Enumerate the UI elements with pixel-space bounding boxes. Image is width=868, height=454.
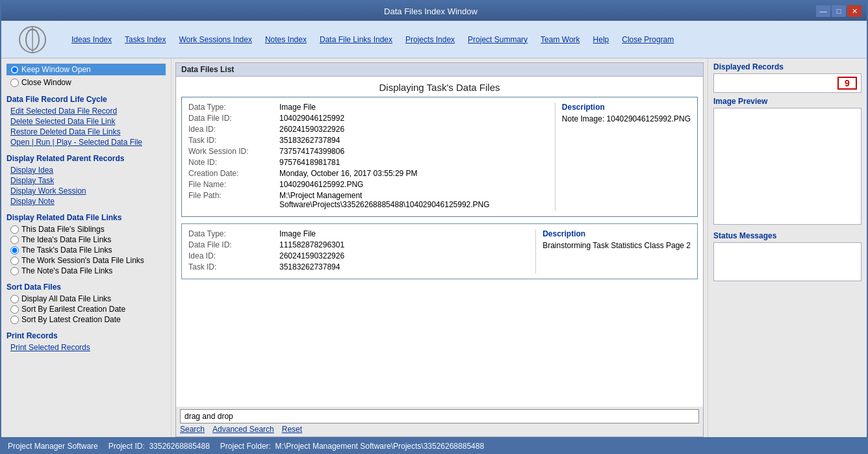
work-sessions-links-label: The Work Session's Data File Links	[21, 256, 144, 265]
display-work-session-link[interactable]: Display Work Session	[6, 186, 166, 196]
display-title: Displaying Task's Data Files	[176, 77, 703, 97]
idea-id-row-2: Idea ID: 260241590322926	[188, 251, 529, 260]
tasks-links-radio[interactable]	[10, 246, 19, 255]
project-id-item: Project ID: 33526268885488	[108, 442, 210, 451]
task-id-label-2: Task ID:	[188, 262, 279, 271]
data-file-id-row-2: Data File ID: 111582878296301	[188, 240, 529, 249]
close-button[interactable]: ✕	[847, 5, 862, 17]
nav-close-program[interactable]: Close Program	[615, 34, 680, 45]
sort-latest-option[interactable]: Sort By Latest Creation Date	[6, 314, 166, 325]
record-split-1: Data Type: Image File Data File ID: 1040…	[188, 103, 691, 211]
description-label-1: Description	[562, 103, 691, 112]
ideas-links-radio[interactable]	[10, 236, 19, 244]
sort-latest-radio[interactable]	[10, 316, 19, 324]
idea-id-value-1: 260241590322926	[279, 125, 548, 134]
work-sessions-data-file-links-option[interactable]: The Work Session's Data File Links	[6, 255, 166, 266]
app-logo	[15, 23, 51, 56]
record-left-1: Data Type: Image File Data File ID: 1040…	[188, 103, 548, 211]
this-data-files-siblings-option[interactable]: This Data File's Siblings	[6, 224, 166, 234]
restore-deleted-data-file-links-link[interactable]: Restore Deleted Data File Links	[6, 127, 166, 137]
data-type-row-1: Data Type: Image File	[188, 103, 548, 112]
tasks-data-file-links-option[interactable]: The Task's Data File Links	[6, 245, 166, 255]
notes-links-radio[interactable]	[10, 267, 19, 275]
data-type-row-2: Data Type: Image File	[188, 229, 529, 238]
keep-window-label: Keep Window Open	[21, 65, 91, 74]
note-id-value-1: 97576418981781	[279, 158, 548, 167]
edit-selected-data-file-record-link[interactable]: Edit Selected Data File Record	[6, 106, 166, 116]
reset-button[interactable]: Reset	[282, 425, 302, 434]
search-button[interactable]: Search	[180, 425, 205, 434]
nav-notes-index[interactable]: Notes Index	[259, 34, 313, 45]
menu-bar: Ideas Index Tasks Index Work Sessions In…	[1, 21, 867, 58]
notes-data-file-links-option[interactable]: The Note's Data File Links	[6, 266, 166, 276]
status-messages-section: Status Messages	[713, 231, 862, 281]
nav-help[interactable]: Help	[587, 34, 616, 45]
nav-tasks-index[interactable]: Tasks Index	[118, 34, 172, 45]
note-id-label-1: Note ID:	[188, 158, 279, 167]
nav-project-summary[interactable]: Project Summary	[461, 34, 534, 45]
creation-date-row-1: Creation Date: Monday, October 16, 2017 …	[188, 169, 548, 178]
record-card-2[interactable]: Data Type: Image File Data File ID: 1115…	[181, 223, 698, 279]
data-type-label-2: Data Type:	[188, 229, 279, 238]
file-path-value-1: M:\Project Management Software\Projects\…	[279, 191, 548, 209]
data-file-id-value-1: 104029046125992	[279, 114, 548, 123]
status-messages-header: Status Messages	[713, 231, 862, 240]
close-window-radio[interactable]	[10, 79, 19, 87]
siblings-radio[interactable]	[10, 225, 19, 234]
app-name: Project Manager Software	[8, 442, 98, 451]
display-task-link[interactable]: Display Task	[6, 175, 166, 186]
close-window-option[interactable]: Close Window	[6, 77, 166, 88]
window-title: Data Files Index Window	[45, 6, 816, 16]
display-related-data-file-links-header: Display Related Data File Links	[6, 213, 166, 222]
creation-date-label-1: Creation Date:	[188, 169, 279, 178]
nav-ideas-index[interactable]: Ideas Index	[65, 34, 118, 45]
file-path-label-1: File Path:	[188, 191, 279, 209]
file-name-label-1: File Name:	[188, 180, 279, 189]
records-count: 9	[837, 77, 857, 90]
task-id-value-2: 35183262737894	[279, 262, 529, 271]
window-controls[interactable]: — □ ✕	[816, 5, 862, 17]
right-panel: Displayed Records 9 Image Preview Status…	[708, 58, 867, 437]
idea-id-label-1: Idea ID:	[188, 125, 279, 134]
nav-links: Ideas Index Tasks Index Work Sessions In…	[65, 34, 680, 45]
search-input[interactable]	[180, 409, 699, 423]
advanced-search-button[interactable]: Advanced Search	[212, 425, 274, 434]
open-run-play-link[interactable]: Open | Run | Play - Selected Data File	[6, 137, 166, 147]
sort-earliest-radio[interactable]	[10, 305, 19, 314]
note-id-row-1: Note ID: 97576418981781	[188, 158, 548, 167]
record-card-1[interactable]: Data Type: Image File Data File ID: 1040…	[181, 97, 698, 217]
nav-data-file-links-index[interactable]: Data File Links Index	[313, 34, 399, 45]
ideas-data-file-links-option[interactable]: The Idea's Data File Links	[6, 234, 166, 245]
record-right-1: Description Note Image: 104029046125992.…	[555, 103, 691, 211]
print-selected-records-link[interactable]: Print Selected Records	[6, 342, 166, 353]
project-id-label: Project ID:	[108, 442, 145, 451]
task-id-label-1: Task ID:	[188, 136, 279, 145]
ideas-links-label: The Idea's Data File Links	[21, 235, 111, 244]
display-related-parent-records-header: Display Related Parent Records	[6, 154, 166, 163]
minimize-button[interactable]: —	[816, 5, 830, 17]
description-value-1: Note Image: 104029046125992.PNG	[562, 114, 691, 123]
display-idea-link[interactable]: Display Idea	[6, 165, 166, 175]
title-bar: Data Files Index Window — □ ✕	[1, 1, 867, 21]
idea-id-value-2: 260241590322926	[279, 251, 529, 260]
display-all-option[interactable]: Display All Data File Links	[6, 294, 166, 304]
center-panel: Data Files List Displaying Task's Data F…	[172, 58, 708, 437]
task-id-value-1: 35183262737894	[279, 136, 548, 145]
nav-work-sessions-index[interactable]: Work Sessions Index	[172, 34, 259, 45]
work-session-id-label-1: Work Session ID:	[188, 147, 279, 156]
sort-earliest-option[interactable]: Sort By Earilest Creation Date	[6, 304, 166, 314]
keep-window-open-option[interactable]: Keep Window Open	[6, 64, 166, 75]
nav-projects-index[interactable]: Projects Index	[399, 34, 461, 45]
display-note-link[interactable]: Display Note	[6, 196, 166, 207]
task-id-row-1: Task ID: 35183262737894	[188, 136, 548, 145]
delete-selected-data-file-link-link[interactable]: Delete Selected Data File Link	[6, 116, 166, 127]
sort-latest-label: Sort By Latest Creation Date	[21, 315, 121, 324]
file-name-row-1: File Name: 104029046125992.PNG	[188, 180, 548, 189]
maximize-button[interactable]: □	[832, 5, 846, 17]
work-sessions-links-radio[interactable]	[10, 257, 19, 265]
display-all-radio[interactable]	[10, 295, 19, 303]
nav-team-work[interactable]: Team Work	[534, 34, 586, 45]
data-type-value-2: Image File	[279, 229, 529, 238]
keep-window-radio[interactable]	[10, 66, 19, 74]
displayed-records-header: Displayed Records	[713, 62, 862, 71]
